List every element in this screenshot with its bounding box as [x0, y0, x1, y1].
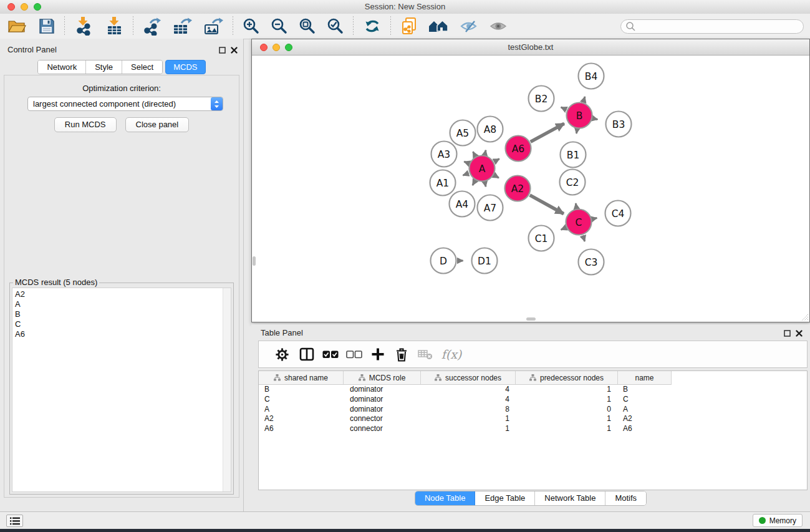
result-scrollbar[interactable]: [223, 288, 231, 491]
cell-name[interactable]: C: [623, 395, 629, 405]
result-item[interactable]: C: [12, 319, 231, 329]
cell-name[interactable]: A6: [623, 424, 632, 434]
graph-edge-A-A2[interactable]: [494, 175, 499, 178]
run-mcds-button[interactable]: Run MCDS: [54, 117, 117, 132]
show-column-button[interactable]: [295, 343, 319, 365]
cell-predecessor-nodes[interactable]: 1: [259, 385, 611, 395]
tab-edge-table[interactable]: Edge Table: [475, 491, 535, 505]
resize-grip-icon[interactable]: [801, 313, 809, 321]
network-graph[interactable]: B4B2BB3A5A8A6A3AB1A1C2A2A4A7CC4C1C3DD1: [252, 56, 809, 322]
cell-predecessor-nodes[interactable]: 1: [259, 414, 611, 424]
tab-motifs[interactable]: Motifs: [605, 491, 646, 505]
zoom-fit-button[interactable]: [299, 16, 316, 37]
export-image-button[interactable]: [203, 16, 223, 37]
graph-edge-C-C1[interactable]: [561, 228, 566, 230]
add-column-button[interactable]: [366, 343, 390, 365]
tab-node-table[interactable]: Node Table: [415, 491, 476, 505]
table-row[interactable]: A6 connector 1 1 A6: [259, 424, 807, 434]
select-all-button[interactable]: [319, 343, 342, 365]
home-view-button[interactable]: [428, 16, 449, 37]
zoom-window-button[interactable]: [34, 3, 41, 11]
float-panel-button[interactable]: [219, 45, 226, 56]
hide-selected-button[interactable]: [460, 16, 478, 37]
graph-edge-A-A4[interactable]: [473, 181, 475, 185]
open-session-button[interactable]: [7, 16, 26, 37]
graph-edge-A-A5[interactable]: [473, 152, 475, 156]
cell-predecessor-nodes[interactable]: 1: [259, 424, 611, 434]
canvas-vertical-scroll-indicator[interactable]: [253, 256, 256, 266]
table-row[interactable]: B dominator 4 1 B: [259, 385, 807, 395]
column-header-shared-name[interactable]: shared name: [259, 371, 344, 385]
zoom-in-button[interactable]: [243, 16, 259, 37]
network-close-button[interactable]: [260, 44, 268, 51]
result-item[interactable]: A: [12, 299, 231, 309]
table-row[interactable]: A2 connector 1 1 A2: [259, 414, 807, 424]
graph-edge-A-A8[interactable]: [485, 150, 486, 155]
column-header-successor-nodes[interactable]: successor nodes: [421, 371, 516, 385]
close-window-button[interactable]: [7, 3, 15, 11]
graph-edge-A-A6[interactable]: [494, 159, 499, 162]
minimize-window-button[interactable]: [21, 3, 28, 11]
mcds-result-list[interactable]: A2 A B C A6: [12, 288, 231, 492]
task-history-button[interactable]: [6, 515, 23, 527]
graph-edge-B-B4[interactable]: [583, 97, 585, 102]
table-close-button[interactable]: [796, 328, 803, 339]
column-header-predecessor-nodes[interactable]: predecessor nodes: [516, 371, 618, 385]
table-row[interactable]: A dominator 8 0 A: [259, 405, 807, 415]
tab-mcds[interactable]: MCDS: [165, 60, 205, 74]
network-window-titlebar[interactable]: testGlobe.txt: [252, 39, 809, 56]
search-input[interactable]: [620, 19, 804, 34]
graph-edge-A-A1[interactable]: [463, 173, 468, 175]
graph-edge-A-A3[interactable]: [464, 162, 469, 163]
graph-edge-C-C4[interactable]: [592, 218, 597, 219]
cell-predecessor-nodes[interactable]: 1: [259, 395, 611, 405]
graph-edge-A-A7[interactable]: [485, 182, 486, 186]
graph-edge-A2-C[interactable]: [530, 195, 564, 214]
column-header-name[interactable]: name: [618, 371, 672, 385]
tab-network[interactable]: Network: [38, 60, 86, 74]
save-session-button[interactable]: [39, 16, 55, 37]
trash-icon: [395, 347, 408, 362]
graph-edge-B-B3[interactable]: [593, 118, 597, 120]
cell-name[interactable]: A2: [623, 414, 632, 424]
graph-node-label-C4: C4: [612, 208, 625, 220]
import-table-button[interactable]: [105, 16, 123, 37]
result-item[interactable]: A6: [12, 329, 231, 339]
criterion-select[interactable]: largest connected component (directed): [27, 97, 223, 111]
tab-select[interactable]: Select: [122, 60, 162, 74]
close-panel-button[interactable]: Close panel: [125, 117, 190, 132]
network-zoom-button[interactable]: [285, 44, 292, 51]
graph-edge-B-B1[interactable]: [576, 129, 577, 133]
cell-name[interactable]: A: [623, 405, 628, 415]
table-row[interactable]: C dominator 4 1 C: [259, 395, 807, 405]
graph-edge-C-C2[interactable]: [576, 203, 576, 208]
table-settings-button[interactable]: [270, 343, 294, 365]
graph-edge-C-C3[interactable]: [583, 235, 585, 241]
zoom-out-button[interactable]: [271, 16, 287, 37]
export-network-button[interactable]: [142, 16, 161, 37]
cell-name[interactable]: B: [623, 385, 628, 395]
graph-edge-A6-B[interactable]: [531, 123, 564, 142]
tab-style[interactable]: Style: [86, 60, 122, 74]
result-item[interactable]: A2: [12, 289, 231, 299]
delete-column-button[interactable]: [390, 343, 413, 365]
cell-predecessor-nodes[interactable]: 0: [259, 405, 611, 415]
show-hidden-button[interactable]: [489, 16, 508, 37]
tab-network-table[interactable]: Network Table: [535, 491, 605, 505]
deselect-all-button[interactable]: [342, 343, 366, 365]
graph-node-label-A7: A7: [484, 203, 496, 214]
import-network-button[interactable]: [75, 16, 92, 37]
toolbar-separator: [133, 16, 133, 36]
canvas-horizontal-scroll-indicator[interactable]: [526, 317, 536, 321]
result-item[interactable]: B: [12, 309, 231, 319]
graph-edge-B-B2[interactable]: [561, 107, 567, 110]
memory-button[interactable]: Memory: [753, 514, 803, 527]
network-minimize-button[interactable]: [272, 44, 280, 51]
column-header-mcds-role[interactable]: MCDS role: [344, 371, 421, 385]
zoom-selected-button[interactable]: [327, 16, 344, 37]
close-panel-icon-button[interactable]: [231, 45, 238, 56]
export-table-button[interactable]: [172, 16, 192, 37]
new-network-from-file-button[interactable]: [400, 16, 418, 37]
refresh-view-button[interactable]: [364, 16, 381, 37]
table-float-button[interactable]: [784, 328, 791, 339]
